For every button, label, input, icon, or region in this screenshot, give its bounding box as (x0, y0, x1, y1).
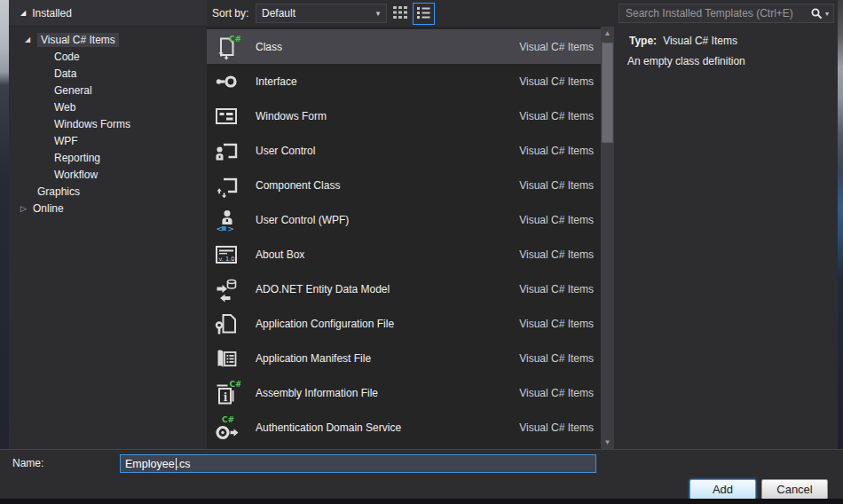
svg-text:>: > (227, 224, 234, 233)
template-description: An empty class definition (627, 55, 745, 67)
add-new-item-dialog: ◢ Installed ◢Visual C# ItemsCodeDataGene… (0, 0, 843, 504)
sort-dropdown-value: Default (262, 7, 370, 20)
svg-text:C#: C# (230, 380, 241, 389)
app-manifest-file-icon (212, 344, 240, 373)
assembly-info-file-icon: iC# (212, 379, 240, 407)
template-item-class[interactable]: C#ClassVisual C# Items (207, 29, 601, 64)
tree-item-label: Graphics (37, 185, 80, 198)
add-button[interactable]: Add (689, 479, 756, 500)
template-item-name: About Box (256, 248, 519, 261)
windows-form-icon (212, 102, 240, 130)
ado-net-entity-icon (212, 275, 240, 303)
search-options-chevron-icon[interactable]: ▾ (825, 10, 829, 18)
template-item-name: ADO.NET Entity Data Model (256, 283, 519, 295)
tree-item-label: Web (54, 101, 75, 114)
search-input[interactable]: Search Installed Templates (Ctrl+E) ▾ (618, 4, 834, 23)
search-placeholder: Search Installed Templates (Ctrl+E) (626, 7, 810, 20)
user-control-icon (212, 137, 240, 165)
name-input[interactable]: Employee.cs (120, 454, 596, 473)
small-icons-view-button[interactable] (391, 5, 411, 22)
template-type-line: Type:Visual C# Items (629, 35, 737, 47)
template-item-name: Authentication Domain Service (256, 421, 519, 434)
tree-item-online[interactable]: ▷Online (9, 200, 207, 217)
template-category-tree: ◢Visual C# ItemsCodeDataGeneralWebWindow… (9, 27, 207, 449)
sort-by-label: Sort by: (212, 7, 248, 20)
installed-section-header[interactable]: ◢ Installed (9, 0, 207, 27)
chevron-down-icon: ▾ (370, 9, 386, 18)
tree-item-label: General (54, 84, 92, 97)
template-item-category: Visual C# Items (519, 318, 594, 330)
expander-collapsed-icon[interactable]: ▷ (20, 204, 33, 213)
template-item-ado-net-entity-data-model[interactable]: ADO.NET Entity Data ModelVisual C# Items (207, 272, 601, 306)
cancel-button[interactable]: Cancel (761, 479, 828, 500)
tree-item-label: Code (54, 51, 80, 63)
tree-item-label: Windows Forms (54, 118, 130, 130)
template-detail-panel: Type:Visual C# Items An empty class defi… (618, 27, 838, 449)
tree-item-graphics[interactable]: Graphics (9, 183, 207, 200)
list-view-icon (415, 4, 432, 24)
background-bottom-strip (0, 499, 843, 504)
template-item-category: Visual C# Items (519, 179, 594, 192)
template-item-category: Visual C# Items (519, 145, 594, 157)
template-item-name: Component Class (256, 179, 519, 192)
template-item-category: Visual C# Items (519, 387, 594, 399)
list-scrollbar[interactable]: ▲ ▼ (601, 27, 614, 449)
scroll-down-icon[interactable]: ▼ (601, 438, 614, 446)
tree-item-label: Visual C# Items (37, 33, 119, 47)
template-item-name: Class (256, 41, 519, 53)
about-box-icon: v. 1.0 (212, 240, 240, 269)
template-item-user-control[interactable]: User ControlVisual C# Items (207, 133, 601, 168)
template-item-category: Visual C# Items (519, 248, 594, 261)
template-item-category: Visual C# Items (519, 110, 594, 122)
template-item-name: Assembly Information File (256, 387, 519, 399)
template-item-windows-form[interactable]: Windows FormVisual C# Items (207, 98, 601, 133)
expander-expanded-icon[interactable]: ◢ (25, 35, 37, 43)
template-item-category: Visual C# Items (519, 283, 594, 295)
grid-view-icon (393, 5, 409, 22)
list-view-button[interactable] (413, 3, 435, 25)
app-config-file-icon (212, 310, 240, 338)
template-item-assembly-information-file[interactable]: iC#Assembly Information FileVisual C# It… (207, 375, 601, 410)
template-item-authentication-domain-service[interactable]: C#Authentication Domain ServiceVisual C#… (207, 410, 601, 445)
type-label: Type: (629, 35, 657, 47)
template-item-name: Application Configuration File (256, 318, 519, 330)
template-item-category: Visual C# Items (519, 214, 594, 226)
name-label: Name: (12, 457, 43, 469)
template-item-user-control-wpf[interactable]: <>User Control (WPF)Visual C# Items (207, 202, 601, 237)
scrollbar-thumb[interactable] (602, 43, 613, 143)
template-item-component-class[interactable]: Component ClassVisual C# Items (207, 168, 601, 202)
template-item-interface[interactable]: InterfaceVisual C# Items (207, 64, 601, 98)
tree-item-code[interactable]: Code (9, 48, 207, 65)
name-input-text-after-caret: .cs (177, 458, 191, 470)
template-list: C#ClassVisual C# ItemsInterfaceVisual C#… (207, 27, 601, 449)
tree-item-label: Data (54, 67, 76, 80)
tree-item-general[interactable]: General (9, 82, 207, 98)
tree-item-label: Reporting (54, 152, 100, 164)
tree-item-windows-forms[interactable]: Windows Forms (9, 115, 207, 132)
tree-item-wpf[interactable]: WPF (9, 132, 207, 149)
template-item-application-manifest-file[interactable]: Application Manifest FileVisual C# Items (207, 341, 601, 375)
dialog-footer: Name: Employee.cs Add Cancel (0, 449, 843, 504)
tree-item-visual-c-items[interactable]: ◢Visual C# Items (9, 31, 207, 48)
tree-item-web[interactable]: Web (9, 98, 207, 115)
template-item-category: Visual C# Items (519, 41, 594, 53)
svg-text:C#: C# (222, 415, 234, 424)
scroll-up-icon[interactable]: ▲ (601, 29, 614, 37)
interface-icon (212, 67, 240, 96)
sort-dropdown[interactable]: Default ▾ (256, 4, 387, 23)
user-control-wpf-icon: <> (212, 206, 240, 234)
search-icon[interactable] (810, 7, 823, 20)
template-item-application-configuration-file[interactable]: Application Configuration FileVisual C# … (207, 306, 601, 341)
class-icon: C# (212, 33, 240, 61)
tree-item-workflow[interactable]: Workflow (9, 166, 207, 183)
tree-item-data[interactable]: Data (9, 65, 207, 82)
type-value: Visual C# Items (663, 35, 737, 47)
background-right-strip (838, 0, 843, 449)
template-item-about-box[interactable]: v. 1.0About BoxVisual C# Items (207, 237, 601, 272)
expander-expanded-icon: ◢ (20, 9, 26, 17)
component-class-icon (212, 171, 240, 200)
tree-item-label: WPF (54, 135, 78, 147)
tree-item-reporting[interactable]: Reporting (9, 149, 207, 166)
auth-domain-service-icon: C# (212, 413, 240, 442)
svg-text:v. 1.0: v. 1.0 (219, 256, 235, 263)
